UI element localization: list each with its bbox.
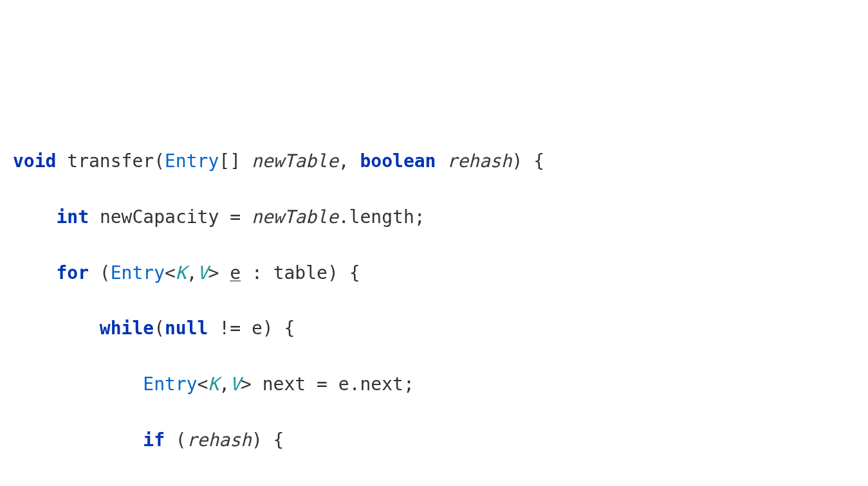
code-block: void transfer(Entry[] newTable, boolean … [13, 120, 855, 486]
keyword-boolean: boolean [360, 150, 436, 172]
param-rehash: rehash [447, 150, 512, 172]
generic-v: V [198, 262, 208, 284]
var-table: table [273, 262, 328, 284]
generic-v: V [230, 374, 241, 395]
var-e: e [252, 318, 263, 339]
type-entry: Entry [165, 150, 219, 172]
var-e: e [338, 374, 349, 395]
generic-k: K [176, 262, 187, 284]
keyword-if: if [143, 429, 165, 451]
code-line-1: void transfer(Entry[] newTable, boolean … [13, 147, 855, 175]
code-line-3: for (Entry<K,V> e : table) { [13, 259, 855, 287]
keyword-int: int [56, 206, 89, 228]
code-line-7: e.hash = null == e.key ? 0 : hash(e.key)… [13, 482, 855, 486]
type-entry: Entry [143, 374, 197, 395]
type-entry: Entry [111, 262, 165, 284]
var-next: next [263, 374, 306, 395]
ref-newtable: newTable [252, 206, 338, 228]
keyword-for: for [56, 262, 89, 284]
code-line-2: int newCapacity = newTable.length; [13, 203, 855, 231]
keyword-void: void [13, 150, 56, 172]
keyword-while: while [100, 318, 154, 339]
code-line-4: while(null != e) { [13, 314, 855, 342]
code-line-5: Entry<K,V> next = e.next; [13, 370, 855, 398]
var-e: e [230, 262, 241, 284]
var-newcapacity: newCapacity [100, 206, 219, 228]
code-line-6: if (rehash) { [13, 426, 855, 454]
keyword-null: null [165, 318, 208, 339]
var-rehash: rehash [187, 429, 252, 451]
generic-k: K [208, 374, 219, 395]
param-newtable: newTable [252, 150, 338, 172]
function-name: transfer [67, 150, 154, 172]
